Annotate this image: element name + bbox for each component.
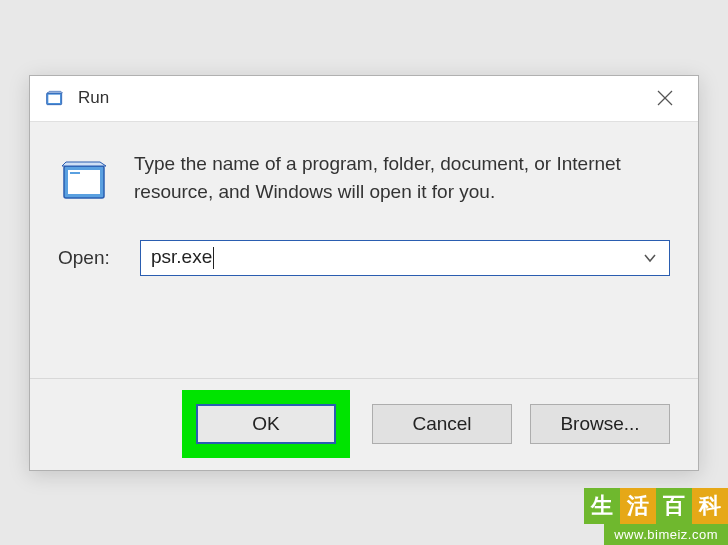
open-combobox[interactable]: psr.exe <box>140 240 670 276</box>
chevron-down-icon[interactable] <box>639 241 661 275</box>
cancel-button[interactable]: Cancel <box>372 404 512 444</box>
open-input-value: psr.exe <box>151 246 639 269</box>
watermark-char: 生 <box>584 488 620 524</box>
open-label: Open: <box>58 247 122 269</box>
input-row: Open: psr.exe <box>58 240 670 276</box>
watermark: 生 活 百 科 www.bimeiz.com <box>584 488 728 545</box>
browse-button[interactable]: Browse... <box>530 404 670 444</box>
window-title: Run <box>78 88 636 108</box>
watermark-char: 科 <box>692 488 728 524</box>
titlebar: Run <box>30 76 698 122</box>
close-icon <box>657 90 673 106</box>
dialog-body: Type the name of a program, folder, docu… <box>30 122 698 378</box>
run-icon-large <box>58 152 114 208</box>
ok-highlight: OK <box>182 390 350 458</box>
watermark-url: www.bimeiz.com <box>604 524 728 545</box>
run-icon <box>44 87 66 109</box>
description-row: Type the name of a program, folder, docu… <box>58 150 670 208</box>
description-text: Type the name of a program, folder, docu… <box>134 150 670 207</box>
watermark-char: 活 <box>620 488 656 524</box>
button-bar: OK Cancel Browse... <box>30 378 698 470</box>
watermark-char: 百 <box>656 488 692 524</box>
run-dialog: Run Type the name of a program, folder, … <box>29 75 699 471</box>
close-button[interactable] <box>636 75 694 121</box>
svg-rect-1 <box>48 95 60 103</box>
svg-rect-6 <box>70 172 80 174</box>
ok-button[interactable]: OK <box>196 404 336 444</box>
